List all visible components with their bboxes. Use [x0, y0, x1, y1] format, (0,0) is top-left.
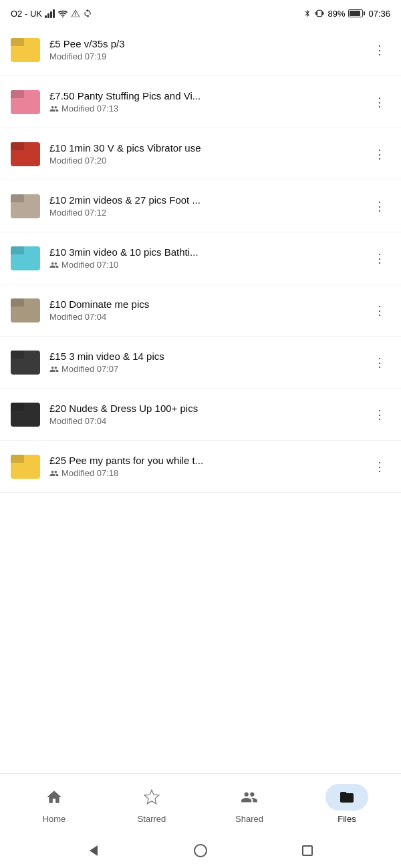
file-list: £5 Pee v/35s p/3Modified 07:19⋮£7.50 Pan… — [0, 24, 401, 773]
list-item: £25 Pee my pants for you while t...Modif… — [0, 441, 401, 493]
nav-label-starred: Starred — [138, 814, 166, 824]
more-options-button[interactable]: ⋮ — [369, 248, 390, 269]
folder-icon — [11, 194, 40, 218]
file-name: £5 Pee v/35s p/3 — [49, 38, 369, 49]
file-name: £7.50 Panty Stuffing Pics and Vi... — [49, 90, 369, 101]
battery-percent: 89% — [327, 9, 345, 19]
modified-text: Modified 07:13 — [61, 103, 118, 114]
shared-icon — [49, 260, 59, 270]
modified-text: Modified 07:19 — [49, 51, 106, 61]
folder-icon — [11, 298, 40, 322]
file-name: £20 Nudes & Dress Up 100+ pics — [49, 403, 369, 414]
file-info: £10 1min 30 V & pics Vibrator useModifie… — [49, 142, 369, 166]
nav-icon-bg-starred — [130, 784, 173, 811]
time-label: 07:36 — [368, 9, 390, 19]
modified-text: Modified 07:18 — [61, 468, 118, 478]
file-meta: Modified 07:04 — [49, 312, 369, 322]
nav-icon-bg-files — [325, 784, 368, 811]
recents-button[interactable] — [300, 843, 315, 858]
file-info: £10 Dominate me picsModified 07:04 — [49, 298, 369, 322]
file-meta: Modified 07:12 — [49, 208, 369, 218]
list-item: £10 2min videos & 27 pics Foot ...Modifi… — [0, 180, 401, 232]
more-options-button[interactable]: ⋮ — [369, 404, 390, 425]
shared-icon — [49, 469, 59, 478]
sync-icon — [83, 9, 92, 18]
file-info: £10 2min videos & 27 pics Foot ...Modifi… — [49, 194, 369, 218]
wifi-icon — [57, 9, 68, 18]
nav-item-starred[interactable]: Starred — [103, 774, 200, 833]
modified-text: Modified 07:04 — [49, 416, 106, 426]
file-meta: Modified 07:20 — [49, 156, 369, 166]
folder-icon — [11, 403, 40, 427]
file-meta: Modified 07:07 — [49, 364, 369, 374]
modified-text: Modified 07:04 — [49, 312, 106, 322]
nav-label-shared: Shared — [235, 814, 263, 824]
home-icon — [45, 788, 63, 807]
file-info: £20 Nudes & Dress Up 100+ picsModified 0… — [49, 403, 369, 426]
more-options-button[interactable]: ⋮ — [369, 300, 390, 321]
android-nav-bar — [0, 833, 401, 868]
file-meta: Modified 07:13 — [49, 103, 369, 114]
status-right: 89% 07:36 — [303, 9, 390, 19]
bottom-nav: HomeStarredSharedFiles — [0, 773, 401, 833]
file-info: £25 Pee my pants for you while t...Modif… — [49, 455, 369, 478]
vibrate-icon — [315, 9, 324, 18]
file-info: £10 3min video & 10 pics Bathti...Modifi… — [49, 246, 369, 270]
file-name: £10 2min videos & 27 pics Foot ... — [49, 194, 369, 206]
folder-icon — [11, 142, 40, 166]
folder-icon — [11, 455, 40, 479]
file-meta: Modified 07:04 — [49, 416, 369, 426]
bluetooth-icon — [303, 9, 311, 18]
list-item: £15 3 min video & 14 picsModified 07:07⋮ — [0, 337, 401, 389]
folder-icon — [11, 246, 40, 270]
list-item: £10 1min 30 V & pics Vibrator useModifie… — [0, 128, 401, 180]
nav-item-home[interactable]: Home — [5, 774, 103, 833]
list-item: £10 Dominate me picsModified 07:04⋮ — [0, 284, 401, 337]
nav-icon-bg-home — [33, 784, 76, 811]
folder-icon — [11, 90, 40, 114]
file-name: £10 3min video & 10 pics Bathti... — [49, 246, 369, 258]
nav-label-home: Home — [43, 814, 66, 824]
modified-text: Modified 07:07 — [61, 364, 118, 374]
more-options-button[interactable]: ⋮ — [369, 196, 390, 217]
folder-icon — [11, 351, 40, 375]
file-meta: Modified 07:19 — [49, 51, 369, 61]
nav-item-files[interactable]: Files — [298, 774, 396, 833]
list-item: £20 Nudes & Dress Up 100+ picsModified 0… — [0, 389, 401, 441]
file-info: £5 Pee v/35s p/3Modified 07:19 — [49, 38, 369, 61]
more-options-button[interactable]: ⋮ — [369, 91, 390, 113]
more-options-button[interactable]: ⋮ — [369, 144, 390, 165]
battery-icon — [348, 9, 365, 17]
more-options-button[interactable]: ⋮ — [369, 456, 390, 477]
status-bar: O2 - UK 89% — [0, 0, 401, 24]
file-meta: Modified 07:18 — [49, 468, 369, 478]
back-button[interactable] — [86, 843, 101, 858]
more-options-button[interactable]: ⋮ — [369, 352, 390, 373]
list-item: £10 3min video & 10 pics Bathti...Modifi… — [0, 232, 401, 284]
signal-icon — [45, 9, 55, 18]
file-name: £10 Dominate me pics — [49, 298, 369, 310]
shared-icon — [49, 365, 59, 374]
status-left: O2 - UK — [11, 9, 92, 19]
file-info: £7.50 Panty Stuffing Pics and Vi...Modif… — [49, 90, 369, 114]
svg-point-0 — [62, 16, 63, 17]
file-info: £15 3 min video & 14 picsModified 07:07 — [49, 351, 369, 374]
nav-item-shared[interactable]: Shared — [200, 774, 298, 833]
files-icon — [338, 788, 356, 807]
more-options-button[interactable]: ⋮ — [369, 39, 390, 61]
file-name: £15 3 min video & 14 pics — [49, 351, 369, 362]
file-meta: Modified 07:10 — [49, 260, 369, 270]
carrier-label: O2 - UK — [11, 9, 42, 19]
file-name: £25 Pee my pants for you while t... — [49, 455, 369, 466]
modified-text: Modified 07:20 — [49, 156, 106, 166]
starred-icon — [142, 788, 161, 807]
list-item: £7.50 Panty Stuffing Pics and Vi...Modif… — [0, 76, 401, 128]
nav-icon-bg-shared — [228, 784, 271, 811]
shared-icon — [240, 788, 259, 807]
modified-text: Modified 07:12 — [49, 208, 106, 218]
list-item: £5 Pee v/35s p/3Modified 07:19⋮ — [0, 24, 401, 76]
nav-label-files: Files — [338, 814, 356, 824]
file-name: £10 1min 30 V & pics Vibrator use — [49, 142, 369, 154]
folder-icon — [11, 38, 40, 62]
home-button[interactable] — [193, 843, 208, 858]
